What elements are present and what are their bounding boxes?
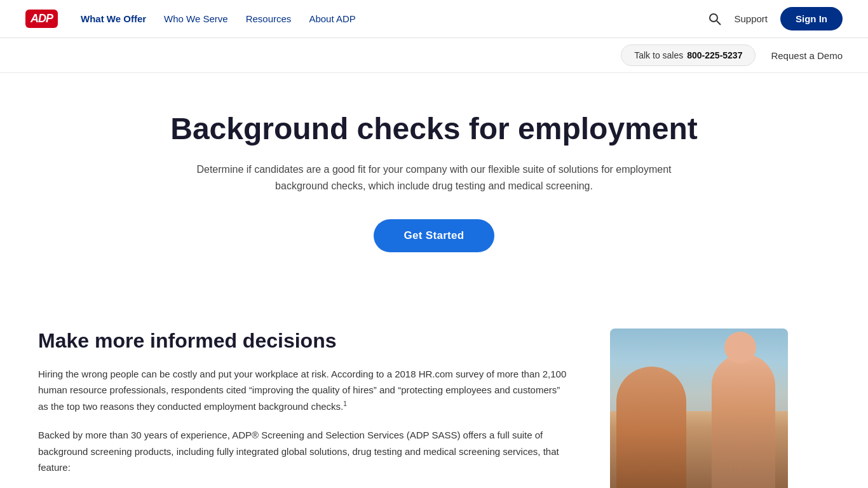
header-right: Support Sign In	[709, 7, 843, 30]
site-header: ADP What We Offer Who We Serve Resources…	[0, 0, 868, 38]
logo-box: ADP	[25, 10, 58, 28]
sign-in-button[interactable]: Sign In	[780, 7, 843, 30]
nav-resources[interactable]: Resources	[246, 13, 292, 24]
request-demo-link[interactable]: Request a Demo	[771, 50, 843, 61]
logo-text: ADP	[31, 12, 53, 25]
talk-to-sales-pill[interactable]: Talk to sales 800-225-5237	[621, 44, 756, 66]
search-icon	[709, 13, 721, 25]
content-image	[610, 329, 788, 488]
search-button[interactable]	[709, 13, 721, 25]
talk-to-sales-label: Talk to sales	[634, 50, 683, 60]
svg-point-0	[710, 14, 717, 22]
footnote-1: 1	[343, 400, 347, 407]
content-section: Make more informed decisions Hiring the …	[0, 303, 868, 488]
phone-number: 800-225-5237	[687, 50, 742, 60]
content-paragraph-1: Hiring the wrong people can be costly an…	[38, 366, 572, 415]
support-link[interactable]: Support	[734, 13, 768, 24]
secondary-nav: Talk to sales 800-225-5237 Request a Dem…	[0, 38, 868, 73]
content-title: Make more informed decisions	[38, 329, 572, 353]
nav-about-adp[interactable]: About ADP	[309, 13, 355, 24]
hero-section: Background checks for employment Determi…	[0, 73, 868, 303]
header-left: ADP What We Offer Who We Serve Resources…	[25, 10, 356, 28]
content-paragraph-2: Backed by more than 30 years of experien…	[38, 427, 572, 476]
nav-who-we-serve[interactable]: Who We Serve	[164, 13, 228, 24]
content-text: Make more informed decisions Hiring the …	[38, 329, 572, 488]
get-started-button[interactable]: Get Started	[374, 219, 495, 252]
photo-meeting	[610, 329, 788, 488]
hero-subtitle: Determine if candidates are a good fit f…	[180, 161, 688, 194]
main-nav: What We Offer Who We Serve Resources Abo…	[81, 13, 356, 24]
svg-line-1	[717, 21, 721, 25]
hero-title: Background checks for employment	[25, 111, 843, 146]
person-right-silhouette	[712, 354, 775, 488]
nav-what-we-offer[interactable]: What We Offer	[81, 13, 146, 24]
adp-logo[interactable]: ADP	[25, 10, 58, 28]
